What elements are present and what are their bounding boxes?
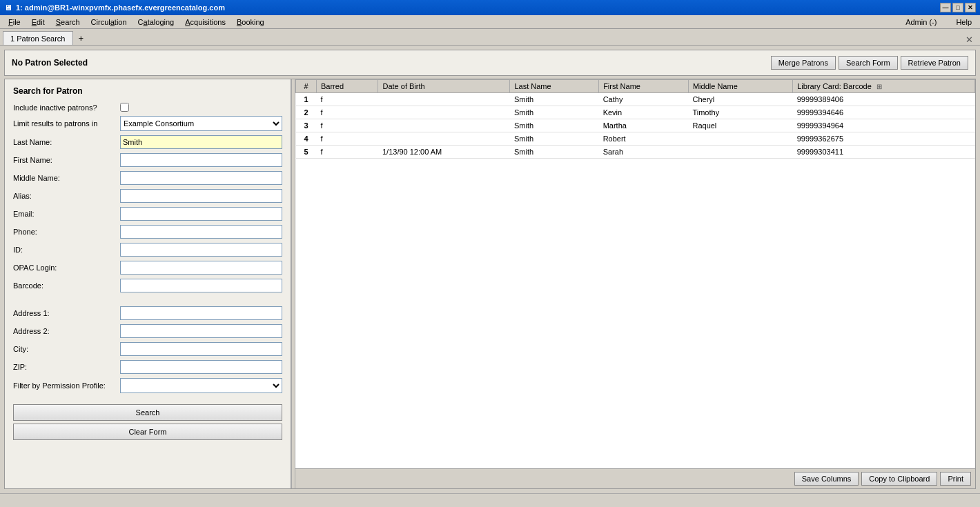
results-panel: # Barred Date of Birth Last Name First N… <box>295 79 975 488</box>
limit-results-label: Limit results to patrons in <box>13 119 120 128</box>
tab-label: 1 Patron Search <box>10 34 66 43</box>
address2-input[interactable] <box>120 324 282 338</box>
menu-search[interactable]: Search <box>50 17 86 28</box>
address2-label: Address 2: <box>13 327 120 335</box>
tab-patron-search[interactable]: 1 Patron Search <box>3 31 73 45</box>
top-panel: No Patron Selected Merge Patrons Search … <box>4 50 976 76</box>
col-header-barcode[interactable]: Library Card: Barcode ⊞ <box>793 80 975 93</box>
close-button[interactable]: ✕ <box>965 3 976 12</box>
menu-admin[interactable]: Admin (-) <box>900 17 942 28</box>
id-input[interactable] <box>120 243 282 257</box>
cell-middlename: Raquel <box>688 119 792 132</box>
cell-dob <box>378 106 510 119</box>
tab-add-button[interactable]: + <box>73 31 90 45</box>
menu-bar: File Edit Search Circulation Cataloging … <box>0 15 980 29</box>
search-form-button[interactable]: Search Form <box>839 56 898 70</box>
cell-num: 1 <box>296 93 317 106</box>
results-table: # Barred Date of Birth Last Name First N… <box>295 79 975 468</box>
maximize-button[interactable]: □ <box>952 3 963 12</box>
email-row: Email: <box>13 207 282 221</box>
address2-row: Address 2: <box>13 324 282 338</box>
print-button[interactable]: Print <box>940 472 971 486</box>
retrieve-patron-button[interactable]: Retrieve Patron <box>901 56 968 70</box>
barcode-row: Barcode: <box>13 279 282 292</box>
menu-edit[interactable]: Edit <box>26 17 50 28</box>
minimize-button[interactable]: — <box>940 3 951 12</box>
filter-profile-label: Filter by Permission Profile: <box>13 381 120 390</box>
tab-bar: 1 Patron Search + ✕ <box>0 29 980 46</box>
cell-firstname: Robert <box>599 132 689 146</box>
cell-barcode: 99999394646 <box>793 106 975 119</box>
menu-acquisitions[interactable]: Acquisitions <box>179 17 231 28</box>
last-name-input[interactable] <box>120 135 282 149</box>
search-button[interactable]: Search <box>13 404 282 421</box>
menu-cataloging[interactable]: Cataloging <box>133 17 180 28</box>
cell-middlename: Cheryl <box>688 93 792 106</box>
cell-barred: f <box>317 119 378 132</box>
barcode-input[interactable] <box>120 279 282 292</box>
opac-login-label: OPAC Login: <box>13 264 120 272</box>
table-row[interactable]: 4 f Smith Robert 99999362675 <box>296 132 975 146</box>
table-row[interactable]: 3 f Smith Martha Raquel 99999394964 <box>296 119 975 132</box>
cell-num: 2 <box>296 106 317 119</box>
table-row[interactable]: 1 f Smith Cathy Cheryl 99999389406 <box>296 93 975 106</box>
email-label: Email: <box>13 210 120 218</box>
id-label: ID: <box>13 246 120 254</box>
cell-lastname: Smith <box>510 132 599 146</box>
filter-profile-select[interactable] <box>120 378 282 393</box>
middle-name-label: Middle Name: <box>13 174 120 182</box>
include-inactive-row: Include inactive patrons? <box>13 103 282 112</box>
copy-to-clipboard-button[interactable]: Copy to Clipboard <box>861 472 937 486</box>
cell-lastname: Smith <box>510 119 599 132</box>
cell-num: 4 <box>296 132 317 146</box>
col-header-barred[interactable]: Barred <box>317 80 378 93</box>
cell-middlename <box>688 132 792 146</box>
col-header-firstname[interactable]: First Name <box>599 80 689 93</box>
save-columns-button[interactable]: Save Columns <box>794 472 859 486</box>
cell-num: 5 <box>296 146 317 159</box>
merge-patrons-button[interactable]: Merge Patrons <box>771 56 836 70</box>
cell-lastname: Smith <box>510 146 599 159</box>
cell-barcode: 99999362675 <box>793 132 975 146</box>
clear-form-button[interactable]: Clear Form <box>13 424 282 440</box>
address1-input[interactable] <box>120 306 282 320</box>
results-footer: Save Columns Copy to Clipboard Print <box>295 468 975 488</box>
top-panel-buttons: Merge Patrons Search Form Retrieve Patro… <box>771 56 968 70</box>
limit-results-row: Limit results to patrons in Example Cons… <box>13 116 282 131</box>
col-header-middlename[interactable]: Middle Name <box>688 80 792 93</box>
table-row[interactable]: 2 f Smith Kevin Timothy 99999394646 <box>296 106 975 119</box>
phone-input[interactable] <box>120 225 282 239</box>
window-close-icon[interactable]: ✕ <box>966 34 973 45</box>
alias-input[interactable] <box>120 189 282 203</box>
include-inactive-label: Include inactive patrons? <box>13 103 120 112</box>
menu-booking[interactable]: Booking <box>231 17 270 28</box>
cell-dob <box>378 119 510 132</box>
opac-login-input[interactable] <box>120 261 282 275</box>
limit-results-select[interactable]: Example Consortium <box>120 116 282 131</box>
menu-help[interactable]: Help <box>950 17 977 28</box>
last-name-label: Last Name: <box>13 138 120 146</box>
email-input[interactable] <box>120 207 282 221</box>
status-bar <box>0 493 980 507</box>
middle-name-input[interactable] <box>120 171 282 185</box>
menu-file[interactable]: File <box>3 17 26 28</box>
zip-label: ZIP: <box>13 363 120 371</box>
address1-row: Address 1: <box>13 306 282 320</box>
table-row[interactable]: 5 f 1/13/90 12:00 AM Smith Sarah 9999930… <box>296 146 975 159</box>
zip-input[interactable] <box>120 360 282 374</box>
col-header-dob[interactable]: Date of Birth <box>378 80 510 93</box>
cell-firstname: Kevin <box>599 106 689 119</box>
first-name-input[interactable] <box>120 153 282 167</box>
alias-label: Alias: <box>13 192 120 200</box>
col-header-num[interactable]: # <box>296 80 317 93</box>
cell-lastname: Smith <box>510 106 599 119</box>
city-input[interactable] <box>120 342 282 356</box>
cell-firstname: Sarah <box>599 146 689 159</box>
title-bar-controls[interactable]: — □ ✕ <box>940 3 976 12</box>
include-inactive-checkbox[interactable] <box>120 103 129 112</box>
col-header-lastname[interactable]: Last Name <box>510 80 599 93</box>
cell-firstname: Cathy <box>599 93 689 106</box>
no-patron-label: No Patron Selected <box>12 58 88 68</box>
menu-circulation[interactable]: Circulation <box>86 17 133 28</box>
cell-barcode: 99999389406 <box>793 93 975 106</box>
